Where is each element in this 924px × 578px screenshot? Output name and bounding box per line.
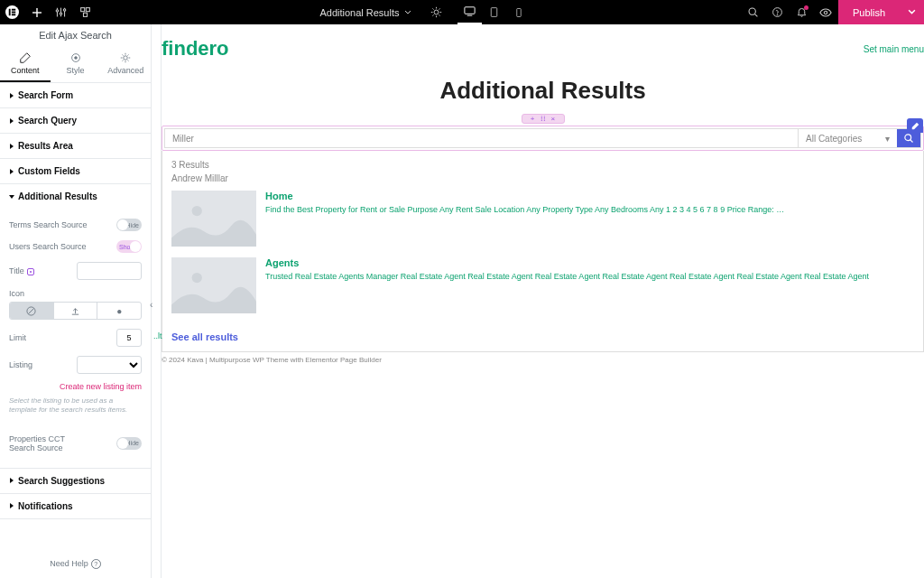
icon-picker: ● bbox=[9, 302, 142, 320]
chevron-down-icon: ▾ bbox=[885, 134, 890, 144]
section-search-query[interactable]: Search Query bbox=[0, 108, 151, 133]
toggle-users-source[interactable]: Show bbox=[116, 240, 142, 253]
chevron-down-icon bbox=[404, 9, 411, 16]
add-widget-button[interactable] bbox=[24, 0, 49, 24]
svg-point-36 bbox=[192, 273, 202, 283]
toggle-props-cct[interactable]: Hide bbox=[116, 437, 142, 450]
svg-point-28 bbox=[124, 56, 127, 60]
section-additional-results[interactable]: Additional Results bbox=[0, 184, 151, 209]
device-tablet[interactable] bbox=[482, 0, 506, 24]
section-results-area[interactable]: Results Area bbox=[0, 134, 151, 158]
svg-rect-15 bbox=[83, 13, 87, 16]
svg-point-25 bbox=[825, 11, 828, 14]
label-icon: Icon bbox=[9, 289, 24, 298]
svg-rect-4 bbox=[12, 14, 15, 15]
icon-upload[interactable] bbox=[54, 303, 98, 319]
sidebar-footer: Need Help? bbox=[0, 550, 151, 578]
site-header: findero Set main menu bbox=[162, 32, 924, 73]
plus-icon: + bbox=[531, 115, 535, 123]
svg-line-22 bbox=[754, 14, 757, 17]
tab-style[interactable]: Style bbox=[51, 46, 101, 82]
sidebar-collapse-strip: ‹ ..lt bbox=[152, 24, 162, 578]
icon-none[interactable] bbox=[10, 303, 54, 319]
svg-rect-1 bbox=[9, 9, 11, 16]
tab-advanced[interactable]: Advanced bbox=[100, 46, 151, 82]
results-count: 3 Results bbox=[162, 160, 923, 173]
label-props-cct: Properties CCT Search Source bbox=[9, 434, 90, 452]
result-desc: Trusted Real Estate Agents Manager Real … bbox=[265, 271, 914, 283]
svg-rect-14 bbox=[86, 8, 89, 12]
svg-rect-2 bbox=[12, 9, 15, 11]
preview-button[interactable] bbox=[814, 0, 838, 24]
canvas: findero Set main menu Additional Results… bbox=[162, 24, 924, 578]
page-settings-button[interactable] bbox=[424, 0, 448, 24]
sidebar-tabs: Content Style Advanced bbox=[0, 46, 151, 83]
hint-listing: Select the listing to be used as a templ… bbox=[9, 395, 142, 417]
svg-rect-19 bbox=[492, 8, 498, 17]
svg-point-8 bbox=[56, 10, 58, 12]
publish-button[interactable]: Publish bbox=[838, 0, 900, 24]
site-settings-button[interactable] bbox=[49, 0, 73, 24]
device-mobile[interactable] bbox=[506, 0, 531, 24]
section-search-form[interactable]: Search Form bbox=[0, 83, 151, 107]
need-help-link[interactable]: Need Help? bbox=[50, 559, 101, 568]
section-notifications[interactable]: Notifications bbox=[0, 494, 151, 518]
topbar: Additional Results Publish bbox=[0, 0, 924, 24]
label-title: Title bbox=[9, 266, 34, 275]
document-title-dropdown[interactable]: Additional Results bbox=[307, 0, 424, 24]
label-listing: Listing bbox=[9, 360, 32, 369]
device-desktop[interactable] bbox=[457, 0, 482, 24]
input-title[interactable] bbox=[77, 262, 142, 280]
result-desc: Find the Best Property for Rent or Sale … bbox=[265, 204, 914, 216]
label-limit: Limit bbox=[9, 333, 26, 342]
select-listing[interactable] bbox=[77, 356, 142, 374]
input-limit[interactable] bbox=[116, 329, 142, 347]
footer-credit: © 2024 Kava | Multipurpose WP Theme with… bbox=[162, 352, 924, 368]
topbar-right: Publish bbox=[741, 0, 924, 24]
svg-point-21 bbox=[749, 8, 755, 14]
see-all-results-link[interactable]: See all results bbox=[162, 324, 923, 342]
search-input[interactable] bbox=[165, 129, 798, 147]
topbar-center: Additional Results bbox=[97, 0, 741, 24]
result-item[interactable]: HomeFind the Best Property for Rent or S… bbox=[162, 191, 923, 257]
help-button[interactable] bbox=[765, 0, 790, 24]
collapse-sidebar-button[interactable]: ‹ bbox=[150, 300, 152, 310]
topbar-left bbox=[0, 0, 97, 24]
toggle-terms-source[interactable]: Hide bbox=[116, 219, 142, 231]
widget-handle[interactable]: +⁞⁞× bbox=[522, 114, 565, 124]
category-select[interactable]: All Categories▾ bbox=[798, 129, 897, 147]
section-custom-fields[interactable]: Custom Fields bbox=[0, 159, 151, 183]
elementor-logo[interactable] bbox=[0, 0, 24, 24]
finder-button[interactable] bbox=[741, 0, 765, 24]
svg-point-10 bbox=[60, 13, 61, 14]
page-title: Additional Results bbox=[162, 77, 924, 105]
edit-widget-chip[interactable] bbox=[907, 118, 923, 133]
result-thumbnail bbox=[171, 257, 256, 313]
svg-point-16 bbox=[435, 10, 439, 14]
tab-content[interactable]: Content bbox=[0, 46, 51, 82]
dynamic-tag-icon[interactable] bbox=[27, 268, 34, 275]
structure-button[interactable] bbox=[73, 0, 97, 24]
document-title: Additional Results bbox=[319, 7, 399, 18]
sidebar: Edit Ajax Search Content Style Advanced … bbox=[0, 24, 152, 578]
search-widget: All Categories▾ bbox=[162, 126, 924, 151]
svg-line-32 bbox=[910, 140, 913, 143]
svg-point-31 bbox=[905, 135, 911, 141]
link-create-listing[interactable]: Create new listing item bbox=[9, 378, 142, 395]
cutoff-text: ..lt bbox=[153, 331, 162, 340]
section-additional-results-body: Terms Search SourceHide Users Search Sou… bbox=[0, 209, 151, 468]
svg-rect-13 bbox=[81, 8, 85, 12]
result-title: Home bbox=[265, 191, 914, 201]
result-item[interactable]: AgentsTrusted Real Estate Agents Manager… bbox=[162, 257, 923, 324]
svg-point-27 bbox=[74, 57, 77, 60]
label-users-source: Users Search Source bbox=[9, 242, 87, 251]
notifications-button[interactable] bbox=[790, 0, 814, 24]
set-main-menu-link[interactable]: Set main menu bbox=[864, 44, 924, 54]
results-panel: 3 Results Andrew Milllar HomeFind the Be… bbox=[162, 151, 924, 352]
svg-point-24 bbox=[777, 14, 778, 15]
publish-dropdown[interactable] bbox=[900, 0, 924, 24]
site-brand[interactable]: findero bbox=[162, 37, 229, 61]
result-thumbnail bbox=[171, 191, 256, 247]
section-search-suggestions[interactable]: Search Suggestions bbox=[0, 469, 151, 493]
icon-library[interactable]: ● bbox=[97, 303, 141, 319]
